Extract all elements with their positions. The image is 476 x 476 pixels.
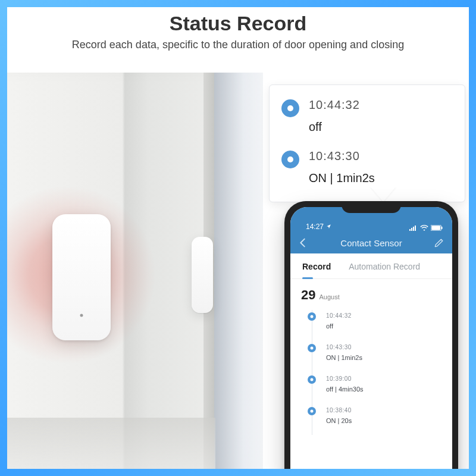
phone-screen: 14:27 [290, 207, 452, 469]
record-timeline: 10:44:32 off 10:43:30 ON | 1min2s 10:39:… [290, 306, 452, 435]
timeline-status: off | 4min30s [326, 386, 452, 393]
timeline-status: off [326, 322, 452, 330]
date-month: August [319, 293, 339, 300]
tabs: Record Automation Record [290, 253, 452, 279]
svg-rect-3 [415, 226, 416, 231]
svg-rect-5 [431, 226, 440, 230]
date-header: 29 August [290, 279, 452, 306]
phone-mockup: 14:27 [284, 201, 458, 469]
timeline-row[interactable]: 10:43:30 ON | 1min2s [308, 340, 452, 372]
svg-rect-1 [411, 228, 412, 231]
battery-icon [431, 225, 443, 231]
navbar-title: Contact Sensor [340, 238, 402, 248]
timeline-dot-icon [308, 375, 316, 384]
timeline-row[interactable]: 10:44:32 off [308, 309, 452, 340]
timeline-time: 10:39:00 [326, 375, 452, 382]
timeline-time: 10:44:32 [326, 312, 452, 319]
date-day: 29 [301, 287, 315, 303]
callout-row: 10:44:32 off [281, 98, 453, 134]
product-banner: Status Record Record each data, specific… [0, 0, 476, 476]
timeline-dot-icon [281, 99, 299, 117]
timeline-time: 10:43:30 [326, 344, 452, 350]
app-navbar: Contact Sensor [290, 232, 452, 253]
callout-row: 10:43:30 ON | 1min2s [281, 149, 453, 185]
timeline-row[interactable]: 10:38:40 ON | 20s [308, 403, 452, 435]
statusbar-time: 14:27 [306, 223, 324, 231]
door-sensor-magnet [192, 237, 213, 313]
svg-rect-0 [409, 229, 411, 231]
callout-status: ON | 1min2s [309, 171, 453, 185]
sensor-led-icon [80, 314, 83, 317]
door-sensor-body [52, 214, 111, 340]
timeline-dot-icon [281, 151, 299, 168]
callout-status: off [309, 120, 453, 134]
record-callout: 10:44:32 off 10:43:30 ON | 1min2s [269, 84, 465, 202]
timeline-dot-icon [308, 312, 316, 321]
cellular-signal-icon [409, 225, 418, 231]
svg-rect-6 [441, 227, 443, 230]
phone-notch [342, 201, 401, 213]
banner-inner: Status Record Record each data, specific… [7, 7, 469, 469]
callout-time: 10:44:32 [309, 98, 453, 112]
timeline-dot-icon [308, 344, 316, 352]
svg-rect-2 [413, 227, 414, 231]
timeline-status: ON | 20s [326, 417, 452, 424]
page-title: Status Record [7, 12, 469, 35]
location-icon [326, 223, 331, 231]
timeline-status: ON | 1min2s [326, 354, 452, 361]
wifi-icon [420, 225, 428, 231]
edit-icon[interactable] [433, 237, 445, 249]
timeline-row[interactable]: 10:39:00 off | 4min30s [308, 372, 452, 403]
tab-record[interactable]: Record [302, 262, 331, 278]
room-scene [7, 73, 263, 469]
baseboard [7, 418, 215, 469]
page-subtitle: Record each data, specific to the durati… [7, 39, 469, 51]
timeline-dot-icon [308, 407, 316, 415]
callout-time: 10:43:30 [309, 149, 453, 163]
door-opening [214, 73, 263, 469]
header: Status Record Record each data, specific… [7, 7, 469, 51]
timeline-time: 10:38:40 [326, 407, 452, 414]
back-icon[interactable] [296, 236, 309, 249]
tab-automation-record[interactable]: Automation Record [349, 262, 420, 278]
callout-tail-icon [370, 186, 396, 202]
